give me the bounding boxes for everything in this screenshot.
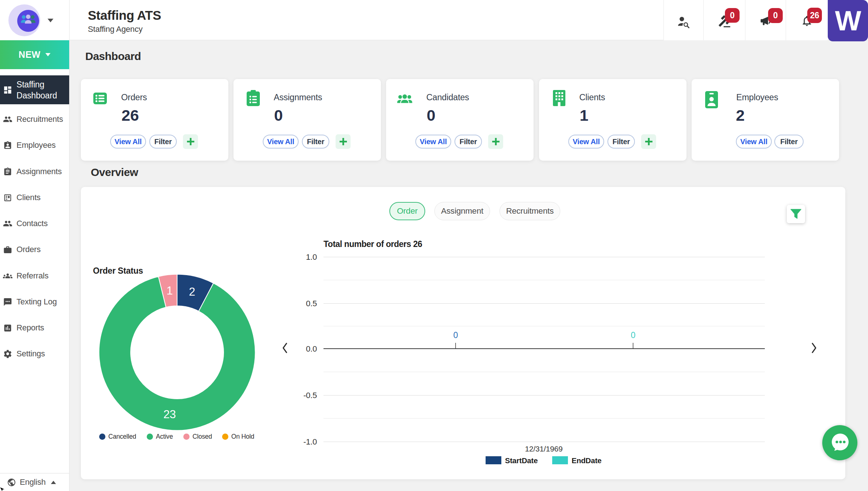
svg-text:2: 2	[189, 285, 195, 298]
svg-text:23: 23	[163, 408, 176, 421]
svg-text:1: 1	[167, 284, 173, 297]
